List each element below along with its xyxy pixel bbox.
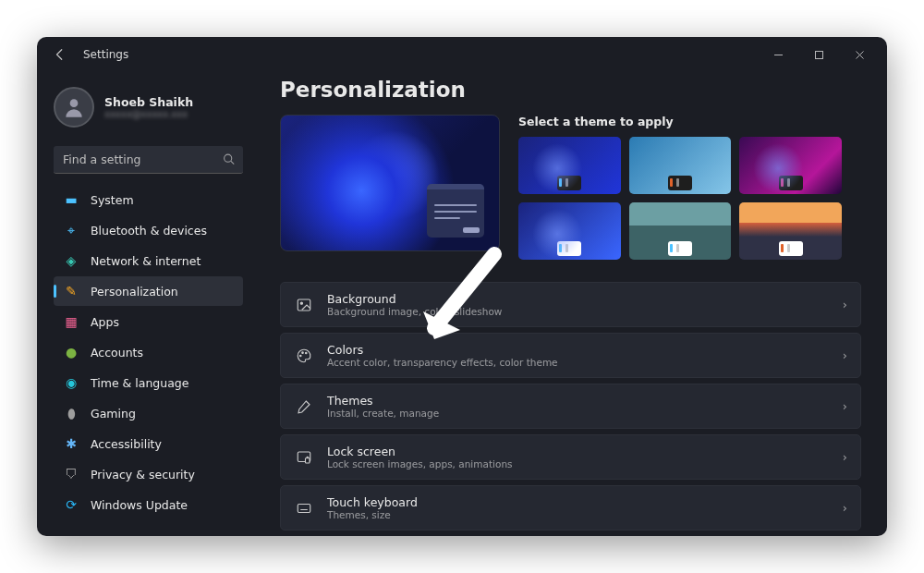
svg-rect-3 — [298, 299, 310, 311]
settings-window: Settings Shoeb Shaikh xxxxx@xxxxx.xxx — [37, 37, 887, 536]
svg-point-5 — [300, 355, 302, 357]
row-colors[interactable]: ColorsAccent color, transparency effects… — [280, 333, 861, 378]
row-subtitle: Lock screen images, apps, animations — [327, 458, 830, 469]
image-icon — [294, 295, 314, 315]
display-icon: ▬ — [63, 191, 79, 208]
row-subtitle: Accent color, transparency effects, colo… — [327, 357, 830, 368]
chevron-right-icon: › — [843, 450, 847, 464]
nav-list: ▬System ⌖Bluetooth & devices ◈Network & … — [54, 185, 243, 519]
user-email: xxxxx@xxxxx.xxx — [104, 109, 193, 119]
row-themes[interactable]: ThemesInstall, create, manage › — [280, 384, 861, 429]
globe-icon: ◉ — [63, 374, 79, 391]
apps-icon: ▦ — [63, 313, 79, 330]
svg-rect-9 — [306, 457, 310, 462]
sidebar-item-label: Bluetooth & devices — [91, 224, 207, 238]
sidebar-item-label: Privacy & security — [91, 468, 195, 482]
sidebar-item-apps[interactable]: ▦Apps — [54, 307, 243, 336]
row-title: Touch keyboard — [327, 495, 830, 509]
theme-thumb-1[interactable] — [518, 137, 621, 194]
sidebar-item-label: Time & language — [91, 376, 188, 390]
desktop-preview — [280, 115, 500, 251]
page-title: Personalization — [280, 78, 861, 102]
theme-thumb-5[interactable] — [629, 202, 732, 260]
palette-icon — [294, 346, 314, 366]
person-icon: ● — [63, 344, 79, 360]
sidebar-item-accounts[interactable]: ●Accounts — [54, 337, 243, 367]
titlebar: Settings — [37, 37, 887, 72]
lock-screen-icon — [294, 447, 314, 468]
main-panel: Personalization Select a theme to apply — [254, 72, 887, 536]
chevron-right-icon: › — [843, 348, 847, 362]
svg-point-7 — [306, 352, 308, 354]
keyboard-icon — [294, 498, 314, 518]
svg-point-2 — [225, 154, 232, 162]
sidebar-item-label: Windows Update — [91, 498, 188, 512]
sidebar-item-accessibility[interactable]: ✱Accessibility — [54, 429, 243, 458]
sidebar-item-label: Accounts — [91, 346, 143, 360]
theme-thumb-3[interactable] — [739, 137, 842, 194]
sidebar-item-privacy[interactable]: ⛉Privacy & security — [54, 459, 243, 489]
search-icon — [223, 152, 235, 169]
sidebar: Shoeb Shaikh xxxxx@xxxxx.xxx ▬System ⌖Bl… — [37, 72, 254, 536]
svg-point-4 — [300, 302, 302, 304]
row-title: Themes — [327, 394, 830, 408]
sidebar-item-time[interactable]: ◉Time & language — [54, 368, 243, 397]
maximize-button[interactable] — [798, 41, 839, 68]
row-subtitle: Themes, size — [327, 509, 830, 520]
sidebar-item-label: Network & internet — [91, 254, 201, 268]
theme-thumb-6[interactable] — [739, 202, 842, 260]
update-icon: ⟳ — [63, 496, 79, 513]
svg-point-6 — [302, 351, 304, 353]
sidebar-item-label: Gaming — [91, 407, 136, 421]
paintbrush-icon: ✎ — [63, 283, 79, 299]
minimize-button[interactable] — [758, 41, 798, 68]
chevron-right-icon: › — [843, 501, 847, 515]
gaming-icon: ⬮ — [63, 405, 79, 421]
row-title: Background — [327, 292, 830, 306]
sidebar-item-label: Accessibility — [91, 437, 162, 451]
theme-thumb-2[interactable] — [629, 137, 732, 194]
themes-header: Select a theme to apply — [518, 115, 861, 128]
bluetooth-icon: ⌖ — [63, 222, 79, 238]
chevron-right-icon: › — [843, 399, 847, 413]
sidebar-item-label: Apps — [91, 315, 119, 329]
sidebar-item-network[interactable]: ◈Network & internet — [54, 246, 243, 275]
row-subtitle: Background image, color, slideshow — [327, 306, 830, 317]
preview-row: Select a theme to apply — [280, 115, 861, 260]
svg-rect-0 — [815, 51, 822, 58]
sidebar-item-update[interactable]: ⟳Windows Update — [54, 490, 243, 519]
brush-icon — [294, 396, 314, 417]
sidebar-item-system[interactable]: ▬System — [54, 185, 243, 214]
close-button[interactable] — [839, 41, 880, 68]
row-lock-screen[interactable]: Lock screenLock screen images, apps, ani… — [280, 434, 861, 480]
themes-grid — [518, 137, 842, 260]
row-touch-keyboard[interactable]: Touch keyboardThemes, size › — [280, 485, 861, 530]
search-field[interactable] — [54, 146, 243, 174]
row-subtitle: Install, create, manage — [327, 408, 830, 419]
user-name: Shoeb Shaikh — [104, 95, 193, 109]
wifi-icon: ◈ — [63, 252, 79, 269]
sidebar-item-label: Personalization — [91, 285, 178, 299]
svg-point-1 — [70, 99, 79, 107]
avatar — [54, 87, 94, 128]
chevron-right-icon: › — [843, 298, 847, 311]
row-title: Lock screen — [327, 445, 830, 458]
row-title: Colors — [327, 343, 830, 357]
sidebar-item-bluetooth[interactable]: ⌖Bluetooth & devices — [54, 215, 243, 245]
back-button[interactable] — [50, 44, 70, 65]
window-controls — [758, 41, 880, 68]
preview-window-icon — [427, 184, 484, 238]
shield-icon: ⛉ — [63, 466, 79, 482]
user-profile[interactable]: Shoeb Shaikh xxxxx@xxxxx.xxx — [54, 81, 243, 140]
search-input[interactable] — [54, 146, 243, 174]
sidebar-item-personalization[interactable]: ✎Personalization — [54, 276, 243, 306]
sidebar-item-label: System — [91, 193, 134, 207]
theme-thumb-4[interactable] — [518, 202, 621, 260]
svg-rect-10 — [298, 504, 310, 512]
app-title: Settings — [83, 48, 128, 61]
row-background[interactable]: BackgroundBackground image, color, slide… — [280, 282, 861, 327]
settings-list: BackgroundBackground image, color, slide… — [280, 282, 861, 530]
accessibility-icon: ✱ — [63, 435, 79, 452]
sidebar-item-gaming[interactable]: ⬮Gaming — [54, 398, 243, 428]
